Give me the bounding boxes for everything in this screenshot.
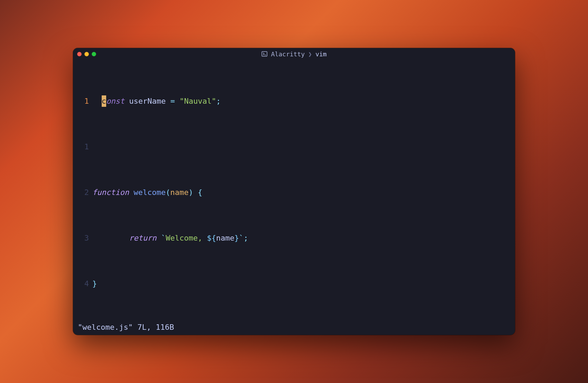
paren-open: ( [166,188,170,197]
title-command: vim [315,50,327,58]
code-line: 2 function welcome(name) { [78,187,510,198]
template-close: ` [239,234,244,242]
line-number: 1 [78,141,92,152]
interp-close: } [235,234,239,242]
window-title: Alacritty ❯ vim [261,50,327,58]
maximize-icon[interactable] [92,52,96,56]
line-number: 4 [78,278,92,289]
brace-open: { [198,188,202,197]
close-icon[interactable] [77,52,82,56]
code-line: 3 return `Welcome, ${name}`; [78,232,510,244]
interp-ident: name [216,234,235,242]
minimize-icon[interactable] [84,52,89,56]
string-literal: "Nauval" [180,97,216,105]
keyword-function: function [92,188,129,197]
template-text: Welcome, [166,234,207,242]
code-content: } [92,278,510,289]
function-name: welcome [134,188,166,197]
line-number: 2 [78,187,92,198]
title-separator: ❯ [308,50,312,58]
cursor: c [102,95,107,107]
terminal-window: Alacritty ❯ vim 1 const userName = "Nauv… [73,48,515,335]
brace-close: } [92,279,97,288]
code-content: function welcome(name) { [92,187,510,198]
title-app: Alacritty [271,50,305,58]
line-number: 1 [78,95,92,107]
operator-eq: = [171,97,175,105]
template-open: ` [161,234,166,242]
code-content: const userName = "Nauval"; [92,95,510,107]
keyword-return: return [129,234,156,242]
code-line: 4 } [78,278,510,289]
code-line: 1 const userName = "Nauval"; [78,95,510,107]
line-number: 3 [78,232,92,244]
keyword-const: onst [106,97,125,105]
semicolon: ; [244,234,248,242]
traffic-lights [77,52,96,56]
code-line: 1 [78,141,510,152]
code-content [92,141,510,152]
semicolon: ; [216,97,221,105]
editor-area[interactable]: 1 const userName = "Nauval"; 1 2 functio… [73,60,515,321]
terminal-icon [261,51,268,57]
paren-close: ) [189,188,193,197]
code-content: return `Welcome, ${name}`; [92,232,510,244]
parameter: name [170,188,189,197]
titlebar: Alacritty ❯ vim [73,48,515,60]
status-line: "welcome.js" 7L, 116B [73,321,515,335]
interp-open: ${ [207,234,216,242]
identifier: userName [129,97,166,105]
